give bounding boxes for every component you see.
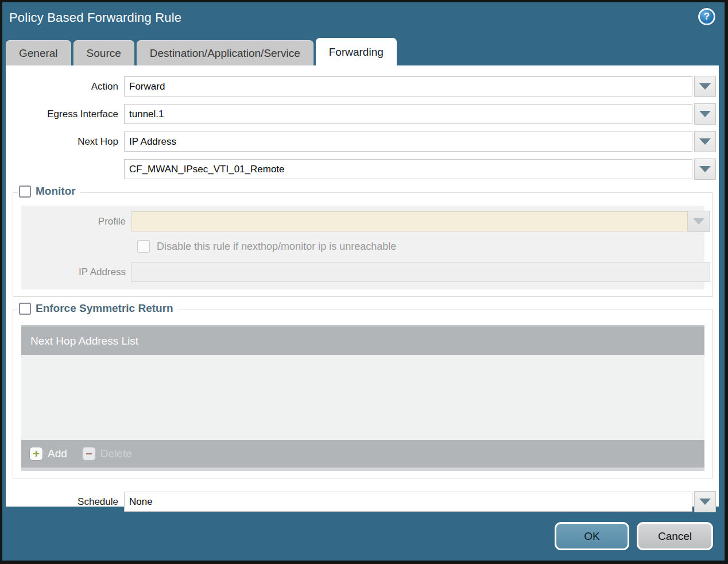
chevron-down-icon (699, 83, 711, 90)
ok-button-label: OK (584, 530, 599, 543)
delete-button-label: Delete (100, 447, 132, 460)
next-hop-address-list-table: Next Hop Address List + Add − Delete (21, 325, 704, 471)
help-icon[interactable]: ? (698, 8, 715, 25)
dialog-title: Policy Based Forwarding Rule (9, 10, 181, 25)
tab-bar: General Source Destination/Application/S… (2, 37, 725, 65)
add-button[interactable]: + Add (29, 447, 67, 461)
next-hop-row: Next Hop IP Address (6, 131, 719, 152)
next-hop-address-list-toolbar: + Add − Delete (21, 440, 704, 468)
schedule-label: Schedule (6, 496, 124, 508)
action-select[interactable]: Forward (124, 76, 692, 96)
monitor-legend-label: Monitor (36, 185, 76, 198)
next-hop-select[interactable]: IP Address (124, 132, 692, 152)
monitor-panel: Profile Disable this rule if nexthop/mon… (21, 206, 704, 289)
monitor-ip-row: IP Address (21, 262, 704, 282)
monitor-checkbox[interactable] (19, 186, 31, 198)
minus-icon: − (82, 447, 96, 461)
policy-based-forwarding-dialog: Policy Based Forwarding Rule ? General S… (2, 2, 725, 561)
cancel-button[interactable]: Cancel (637, 522, 713, 550)
egress-interface-dropdown-button[interactable] (694, 103, 716, 125)
profile-select (131, 211, 688, 231)
chevron-down-icon (699, 138, 711, 145)
disable-rule-label: Disable this rule if nexthop/monitor ip … (157, 241, 396, 253)
plus-icon: + (29, 447, 43, 461)
monitor-ip-label: IP Address (21, 266, 131, 278)
schedule-dropdown-button[interactable] (694, 491, 716, 512)
next-hop-address-list-body[interactable] (21, 355, 704, 440)
dialog-action-bar: OK Cancel (555, 522, 713, 550)
action-label: Action (6, 81, 124, 92)
chevron-down-icon (699, 166, 711, 172)
tab-source[interactable]: Source (73, 40, 134, 65)
next-hop-address-list-header: Next Hop Address List (21, 325, 704, 355)
action-dropdown-button[interactable] (694, 76, 716, 97)
tab-general[interactable]: General (6, 40, 71, 65)
enforce-symmetric-return-fieldset: Enforce Symmetric Return Next Hop Addres… (13, 310, 713, 478)
next-hop-dropdown-button[interactable] (694, 131, 716, 152)
cancel-button-label: Cancel (658, 530, 692, 543)
tab-destination-application-service[interactable]: Destination/Application/Service (137, 40, 313, 65)
dialog-titlebar: Policy Based Forwarding Rule ? (2, 2, 725, 37)
delete-button: − Delete (82, 447, 132, 461)
chevron-down-icon (699, 111, 711, 117)
disable-rule-checkbox (137, 240, 150, 253)
help-glyph: ? (704, 11, 710, 22)
egress-interface-row: Egress Interface tunnel.1 (6, 103, 719, 125)
tab-forwarding[interactable]: Forwarding (316, 38, 397, 65)
schedule-row: Schedule None (6, 491, 719, 512)
tab-source-label: Source (87, 47, 121, 60)
egress-interface-select[interactable]: tunnel.1 (124, 104, 692, 124)
next-hop-address-row: CF_MWAN_IPsec_VTI_01_Remote (6, 159, 719, 180)
monitor-legend: Monitor (18, 185, 80, 198)
chevron-down-icon (693, 218, 704, 225)
next-hop-address-select[interactable]: CF_MWAN_IPsec_VTI_01_Remote (124, 159, 692, 179)
profile-dropdown-button (688, 211, 710, 232)
profile-label: Profile (21, 216, 131, 227)
tab-destination-label: Destination/Application/Service (150, 47, 300, 60)
egress-interface-label: Egress Interface (6, 109, 124, 120)
disable-rule-row: Disable this rule if nexthop/monitor ip … (137, 240, 704, 253)
table-bottom-strip (21, 468, 704, 471)
tab-general-label: General (19, 47, 58, 60)
enforce-symmetric-return-label: Enforce Symmetric Return (36, 302, 173, 315)
profile-row: Profile (21, 211, 704, 232)
enforce-symmetric-return-legend: Enforce Symmetric Return (18, 302, 178, 315)
forwarding-tab-panel: Action Forward Egress Interface tunnel.1… (6, 65, 719, 507)
next-hop-label: Next Hop (6, 136, 124, 148)
chevron-down-icon (699, 499, 711, 505)
schedule-select[interactable]: None (124, 492, 692, 512)
monitor-fieldset: Monitor Profile Disable this rule if nex… (13, 192, 713, 297)
add-button-label: Add (48, 447, 67, 460)
ok-button[interactable]: OK (555, 522, 629, 550)
action-row: Action Forward (6, 76, 719, 97)
tab-forwarding-label: Forwarding (329, 46, 384, 59)
next-hop-address-dropdown-button[interactable] (694, 159, 716, 180)
enforce-symmetric-return-checkbox[interactable] (19, 303, 31, 315)
monitor-ip-input (131, 262, 710, 282)
